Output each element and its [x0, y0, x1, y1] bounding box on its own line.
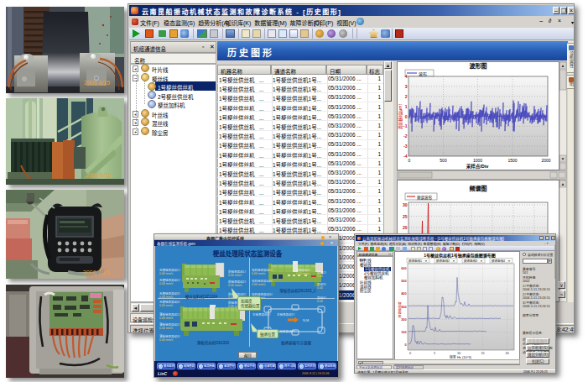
svg-text:周期振幅(μm): 周期振幅(μm) [398, 103, 403, 129]
svg-text:300: 300 [401, 306, 406, 309]
svg-text:波形图: 波形图 [470, 62, 487, 70]
svg-text:1号梗丝供丝机1号轴承座包络图谱布图: 1号梗丝供丝机1号轴承座包络图谱布图 [424, 253, 496, 259]
svg-text:▲: ▲ [561, 63, 565, 68]
svg-text:频谱幅值谱: 频谱幅值谱 [398, 301, 402, 317]
svg-text:▼: ▼ [561, 156, 565, 161]
svg-text:波形: 波形 [419, 71, 427, 77]
svg-text:-3: -3 [403, 144, 408, 149]
svg-text:频谱波形: 频谱波形 [417, 195, 432, 201]
svg-text:▾: ▾ [481, 259, 482, 263]
svg-text:3: 3 [405, 84, 408, 89]
svg-text:30: 30 [403, 202, 408, 207]
svg-text:2: 2 [405, 94, 408, 99]
svg-text:-1: -1 [403, 123, 408, 128]
svg-text:-4: -4 [403, 154, 408, 159]
svg-text:N.M: N.M [303, 318, 309, 322]
svg-text:15: 15 [481, 352, 484, 355]
svg-text:频谱曲线2: 频谱曲线2 [436, 259, 450, 263]
svg-text:0: 0 [405, 114, 408, 119]
svg-text:500: 500 [440, 158, 447, 163]
svg-text:0: 0 [409, 352, 411, 355]
svg-text:频谱曲线4: 频谱曲线4 [492, 259, 505, 263]
svg-text:频谱曲线1: 频谱曲线1 [408, 259, 422, 263]
svg-text:频谱图: 频谱图 [470, 185, 487, 192]
svg-text:0: 0 [404, 343, 406, 347]
svg-text:20: 20 [403, 225, 408, 230]
svg-text:频谱曲线3: 频谱曲线3 [464, 259, 477, 263]
svg-text:▲: ▲ [561, 181, 565, 186]
svg-text:2006 5/16: 2006 5/16 [86, 172, 112, 178]
svg-text:▾: ▾ [425, 259, 427, 263]
svg-text:20: 20 [505, 352, 508, 355]
svg-text:100: 100 [401, 331, 406, 334]
svg-text:▾: ▾ [508, 259, 510, 263]
svg-text:500: 500 [401, 280, 406, 283]
svg-text:▾: ▾ [453, 259, 455, 263]
svg-text:25: 25 [403, 214, 408, 219]
svg-text:200: 200 [401, 318, 406, 322]
svg-text:5: 5 [434, 352, 435, 355]
svg-text:600: 600 [401, 267, 406, 270]
svg-text:0: 0 [408, 158, 411, 163]
svg-text:-2: -2 [403, 133, 408, 139]
svg-text:400: 400 [401, 292, 406, 296]
svg-text:2006 6/15: 2006 6/15 [84, 80, 110, 86]
svg-text:采样点/Div: 采样点/Div [466, 163, 490, 170]
svg-text:4: 4 [405, 74, 408, 79]
svg-text:1: 1 [405, 104, 408, 109]
svg-text:2006 7/15: 2006 7/15 [83, 269, 109, 275]
svg-text:2000: 2000 [541, 158, 550, 163]
svg-text:10: 10 [457, 352, 461, 355]
svg-text:1500: 1500 [507, 158, 517, 163]
svg-text:1000: 1000 [473, 158, 482, 163]
